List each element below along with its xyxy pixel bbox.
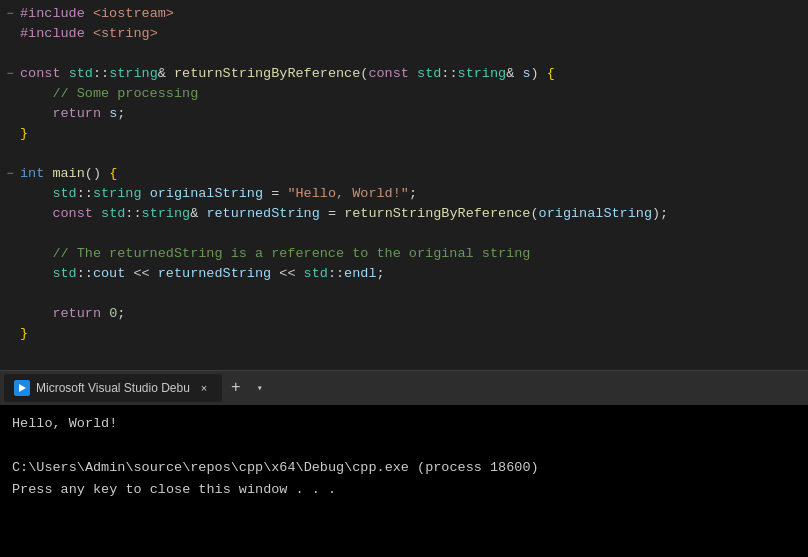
- code-editor: − #include <iostream> #include <string> …: [0, 0, 808, 370]
- terminal-output: Hello, World! C:\Users\Admin\source\repo…: [0, 405, 808, 557]
- terminal-output-line-3: C:\Users\Admin\source\repos\cpp\x64\Debu…: [12, 457, 796, 479]
- code-line: return s;: [0, 104, 808, 124]
- code-line: − #include <iostream>: [0, 4, 808, 24]
- debug-console-tab-label: Microsoft Visual Studio Debu: [36, 381, 190, 395]
- fold-minus-icon[interactable]: −: [0, 8, 20, 20]
- terminal-tabs-bar: Microsoft Visual Studio Debu × + ▾: [0, 370, 808, 405]
- code-line: // The returnedString is a reference to …: [0, 244, 808, 264]
- terminal-output-line-2: [12, 435, 796, 457]
- code-line: std::cout << returnedString << std::endl…: [0, 264, 808, 284]
- terminal-dropdown-button[interactable]: ▾: [250, 376, 270, 400]
- code-line: return 0;: [0, 304, 808, 324]
- code-line: [0, 284, 808, 304]
- tab-close-button[interactable]: ×: [196, 380, 212, 396]
- debug-console-tab[interactable]: Microsoft Visual Studio Debu ×: [4, 374, 222, 402]
- code-line: #include <string>: [0, 24, 808, 44]
- code-line: [0, 44, 808, 64]
- code-line: }: [0, 124, 808, 144]
- code-line: [0, 224, 808, 244]
- fold-minus-icon[interactable]: −: [0, 68, 20, 80]
- code-line: − const std::string& returnStringByRefer…: [0, 64, 808, 84]
- debug-console-icon: [14, 380, 30, 396]
- fold-minus-icon[interactable]: −: [0, 168, 20, 180]
- code-line: [0, 144, 808, 164]
- code-line: const std::string& returnedString = retu…: [0, 204, 808, 224]
- code-line: std::string originalString = "Hello, Wor…: [0, 184, 808, 204]
- code-line: }: [0, 324, 808, 344]
- code-line: // Some processing: [0, 84, 808, 104]
- terminal-section: Microsoft Visual Studio Debu × + ▾ Hello…: [0, 370, 808, 557]
- code-line: − int main() {: [0, 164, 808, 184]
- terminal-output-line-1: Hello, World!: [12, 413, 796, 435]
- terminal-output-line-4: Press any key to close this window . . .: [12, 479, 796, 501]
- new-terminal-button[interactable]: +: [224, 376, 248, 400]
